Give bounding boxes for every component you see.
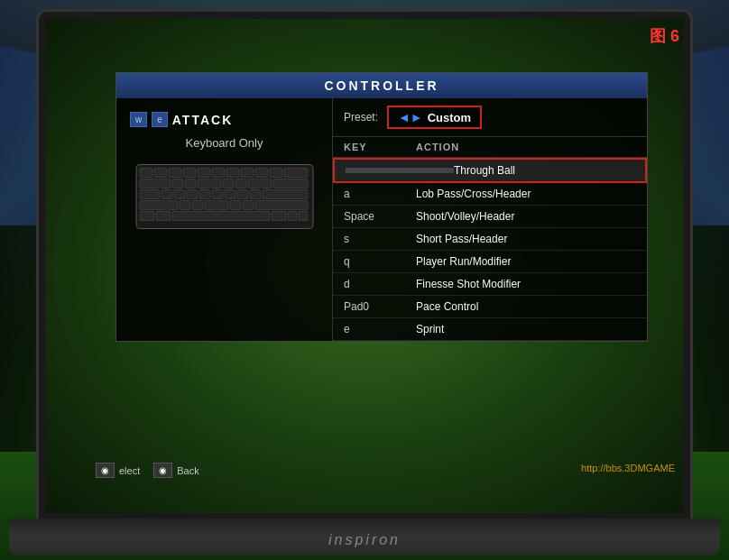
- svg-rect-38: [217, 201, 228, 210]
- key-cell: s: [344, 233, 416, 245]
- key-action-row[interactable]: Pad0 Pace Control: [333, 296, 647, 318]
- svg-rect-1: [140, 169, 152, 178]
- svg-rect-2: [154, 169, 167, 178]
- svg-rect-11: [284, 169, 308, 178]
- action-cell: Lob Pass/Cross/Header: [416, 188, 636, 200]
- attack-text: ATTACK: [172, 113, 233, 127]
- svg-rect-32: [263, 190, 308, 199]
- svg-rect-4: [183, 169, 196, 178]
- select-key-icon: ◉: [96, 463, 115, 478]
- svg-rect-27: [199, 190, 210, 199]
- key-cell: a: [344, 188, 416, 200]
- action-cell: Sprint: [416, 323, 636, 335]
- back-button[interactable]: ◉ Back: [153, 463, 198, 478]
- svg-rect-36: [192, 201, 203, 210]
- ui-overlay: 图 6 CONTROLLER w e ATTACK Keyboard Only: [43, 18, 693, 505]
- svg-rect-7: [226, 169, 239, 178]
- action-cell: Pace Control: [416, 300, 636, 313]
- svg-rect-40: [243, 201, 254, 210]
- svg-rect-12: [140, 179, 158, 188]
- panel-body: w e ATTACK Keyboard Only: [116, 98, 647, 341]
- laptop-brand-label: inspiron: [328, 532, 401, 548]
- svg-rect-35: [180, 201, 190, 210]
- key-action-row[interactable]: Through Ball: [333, 158, 647, 183]
- svg-rect-43: [156, 212, 171, 221]
- svg-rect-39: [230, 201, 241, 210]
- watermark: http://bbs.3DMGAME: [581, 463, 675, 473]
- controller-title: CONTROLLER: [116, 73, 647, 98]
- key-action-row[interactable]: d Finesse Shot Modifier: [333, 273, 647, 296]
- svg-rect-18: [223, 179, 234, 188]
- svg-rect-6: [212, 169, 225, 178]
- svg-rect-37: [205, 201, 216, 210]
- col-key-header: KEY: [344, 142, 416, 152]
- keyboard-only-label: Keyboard Only: [130, 136, 318, 150]
- col-action-header: ACTION: [416, 142, 636, 152]
- svg-rect-21: [261, 179, 272, 188]
- svg-rect-41: [255, 201, 308, 210]
- key-action-row[interactable]: e Sprint: [333, 318, 647, 341]
- svg-rect-44: [172, 212, 270, 221]
- svg-rect-14: [172, 179, 183, 188]
- preset-left-arrow-icon: ◄►: [398, 110, 423, 124]
- svg-rect-25: [174, 190, 185, 199]
- svg-rect-8: [241, 169, 254, 178]
- svg-rect-26: [187, 190, 198, 199]
- svg-rect-10: [270, 169, 282, 178]
- preset-selector[interactable]: ◄► Custom: [387, 106, 482, 129]
- svg-rect-22: [273, 179, 308, 188]
- action-cell: Shoot/Volley/Header: [416, 210, 636, 223]
- svg-rect-17: [210, 179, 221, 188]
- preset-label: Preset:: [344, 111, 378, 124]
- back-label: Back: [177, 465, 198, 476]
- key-cell: q: [344, 255, 416, 268]
- figure-label: 图 6: [650, 25, 679, 47]
- key-action-row[interactable]: q Player Run/Modifier: [333, 251, 647, 273]
- action-cell: Finesse Shot Modifier: [416, 278, 636, 290]
- back-key-icon: ◉: [153, 463, 172, 478]
- svg-rect-46: [288, 212, 297, 221]
- svg-rect-33: [140, 201, 165, 210]
- svg-rect-31: [250, 190, 261, 199]
- svg-rect-42: [140, 212, 154, 221]
- key-action-row[interactable]: s Short Pass/Header: [333, 228, 647, 251]
- svg-rect-30: [237, 190, 248, 199]
- svg-rect-29: [225, 190, 235, 199]
- action-cell: Player Run/Modifier: [416, 255, 636, 268]
- key-cell: d: [344, 278, 416, 290]
- select-button[interactable]: ◉ elect: [96, 463, 140, 478]
- svg-rect-28: [212, 190, 223, 199]
- svg-rect-19: [235, 179, 246, 188]
- action-cell: Short Pass/Header: [416, 233, 636, 245]
- key-cell: Space: [344, 210, 416, 223]
- key-cell-highlighted: [346, 168, 454, 173]
- svg-rect-24: [161, 190, 172, 199]
- svg-rect-20: [248, 179, 259, 188]
- preset-value: Custom: [428, 111, 471, 124]
- key-action-row[interactable]: Space Shoot/Volley/Header: [333, 206, 647, 228]
- left-panel: w e ATTACK Keyboard Only: [116, 98, 333, 341]
- svg-rect-23: [140, 190, 160, 199]
- svg-rect-13: [160, 179, 171, 188]
- svg-rect-34: [167, 201, 178, 210]
- key-action-rows: Through Ball a Lob Pass/Cross/Header Spa…: [333, 158, 647, 341]
- key-action-row[interactable]: a Lob Pass/Cross/Header: [333, 183, 647, 206]
- preset-row: Preset: ◄► Custom: [333, 98, 647, 137]
- attack-badge-w: w: [130, 112, 147, 127]
- keyboard-image: [134, 161, 315, 233]
- attack-label-row: w e ATTACK: [130, 112, 318, 127]
- key-cell: Pad0: [344, 300, 416, 313]
- svg-rect-9: [255, 169, 268, 178]
- svg-rect-16: [198, 179, 208, 188]
- svg-rect-5: [198, 169, 210, 178]
- right-panel: Preset: ◄► Custom KEY ACTION Through Bal…: [333, 98, 647, 341]
- attack-badge-e: e: [152, 112, 168, 127]
- svg-rect-45: [272, 212, 286, 221]
- column-headers: KEY ACTION: [333, 137, 647, 158]
- svg-rect-15: [185, 179, 196, 188]
- key-cell: e: [344, 323, 416, 335]
- select-label: elect: [119, 465, 140, 476]
- controller-panel: CONTROLLER w e ATTACK Keyboard Only: [115, 72, 648, 342]
- svg-rect-47: [299, 212, 308, 221]
- action-cell: Through Ball: [454, 164, 634, 177]
